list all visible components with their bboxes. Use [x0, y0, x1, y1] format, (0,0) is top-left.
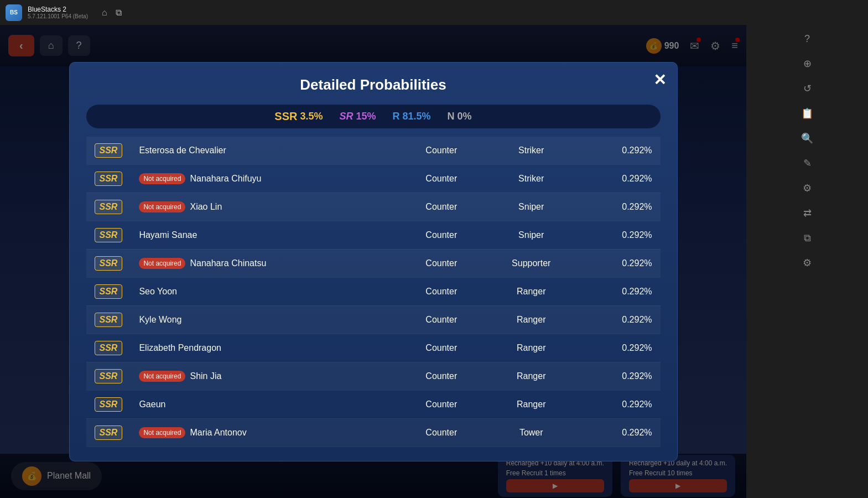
ssr-probability: SSR 3.5%: [274, 110, 323, 123]
sr-probability: SR 15%: [340, 111, 376, 122]
rarity-badge: SSR: [95, 200, 123, 214]
role-cell: Sniper: [483, 221, 579, 249]
table-row: SSRElizabeth PendragonCounterRanger0.292…: [86, 334, 661, 362]
name-cell: Gaeun: [131, 390, 399, 418]
probability-cell: 0.292%: [579, 334, 660, 362]
titlebar-icons: ⌂ ⧉: [102, 8, 122, 18]
table-row: SSRNot acquiredXiao LinCounterSniper0.29…: [86, 193, 661, 221]
table-row: SSRGaeunCounterRanger0.292%: [86, 390, 661, 418]
sidebar-icon-edit[interactable]: ✎: [796, 152, 818, 174]
app-title: BlueStacks 2 5.7.121.1001 P64 (Beta): [28, 6, 88, 19]
faction-cell: Counter: [399, 249, 483, 277]
table-row: SSRSeo YoonCounterRanger0.292%: [86, 277, 661, 305]
rarity-cell: SSR: [86, 164, 131, 193]
rarity-cell: SSR: [86, 418, 131, 447]
character-name: Esterosa de Chevalier: [139, 146, 226, 155]
name-cell: Hayami Sanae: [131, 221, 399, 249]
character-name: Nanahara Chinatsu: [190, 258, 266, 268]
table-row: SSRNot acquiredNanahara ChifuyuCounterSt…: [86, 164, 661, 193]
role-cell: Ranger: [483, 362, 579, 390]
rarity-badge: SSR: [95, 341, 123, 355]
rarity-badge: SSR: [95, 256, 123, 271]
sidebar-icon-clipboard[interactable]: 📋: [796, 102, 818, 124]
rarity-cell: SSR: [86, 193, 131, 221]
rarity-badge: SSR: [95, 172, 123, 186]
probability-cell: 0.292%: [579, 305, 660, 334]
rarity-badge: SSR: [95, 313, 123, 327]
faction-cell: Counter: [399, 221, 483, 249]
rarity-cell: SSR: [86, 277, 131, 305]
role-cell: Tower: [483, 418, 579, 447]
probabilities-modal: Detailed Probabilities ✕ SSR 3.5% SR 15%…: [69, 62, 678, 461]
character-name: Xiao Lin: [190, 202, 222, 212]
role-cell: Sniper: [483, 193, 579, 221]
character-name: Gaeun: [139, 400, 165, 409]
rarity-badge: SSR: [95, 284, 123, 299]
sidebar-icon-refresh[interactable]: ↺: [796, 77, 818, 100]
home-icon[interactable]: ⌂: [102, 8, 107, 18]
probability-cell: 0.292%: [579, 137, 660, 165]
role-cell: Striker: [483, 164, 579, 193]
faction-cell: Counter: [399, 390, 483, 418]
sidebar-icon-search[interactable]: 🔍: [796, 127, 818, 149]
sidebar-icon-gear[interactable]: ⚙: [796, 252, 818, 274]
faction-cell: Counter: [399, 137, 483, 165]
rarity-cell: SSR: [86, 362, 131, 390]
role-cell: Ranger: [483, 390, 579, 418]
multi-instance-icon[interactable]: ⧉: [116, 8, 122, 18]
bluestacks-logo: BS: [6, 4, 22, 21]
rarity-badge: SSR: [95, 426, 123, 440]
rarity-cell: SSR: [86, 305, 131, 334]
probability-cell: 0.292%: [579, 418, 660, 447]
rarity-badge: SSR: [95, 369, 123, 383]
r-probability: R 81.5%: [393, 111, 431, 122]
faction-cell: Counter: [399, 334, 483, 362]
titlebar: BS BlueStacks 2 5.7.121.1001 P64 (Beta) …: [0, 0, 868, 25]
character-name: Shin Jia: [190, 371, 221, 381]
table-row: SSRNot acquiredShin JiaCounterRanger0.29…: [86, 362, 661, 390]
not-acquired-badge: Not acquired: [139, 258, 185, 269]
name-cell: Esterosa de Chevalier: [131, 137, 399, 165]
rarity-badge: SSR: [95, 228, 123, 242]
faction-cell: Counter: [399, 418, 483, 447]
table-row: SSRKyle WongCounterRanger0.292%: [86, 305, 661, 334]
character-name: Maria Antonov: [190, 428, 246, 438]
character-name: Seo Yoon: [139, 287, 177, 297]
sidebar-icon-multi[interactable]: ⧉: [796, 227, 818, 249]
probability-cell: 0.292%: [579, 164, 660, 193]
modal-close-button[interactable]: ✕: [653, 71, 666, 89]
rarity-cell: SSR: [86, 334, 131, 362]
table-row: SSRHayami SanaeCounterSniper0.292%: [86, 221, 661, 249]
not-acquired-badge: Not acquired: [139, 427, 185, 438]
sidebar-icon-swap[interactable]: ⇄: [796, 202, 818, 224]
name-cell: Kyle Wong: [131, 305, 399, 334]
role-cell: Ranger: [483, 334, 579, 362]
name-cell: Not acquiredMaria Antonov: [131, 418, 399, 447]
role-cell: Ranger: [483, 277, 579, 305]
faction-cell: Counter: [399, 305, 483, 334]
rarity-cell: SSR: [86, 249, 131, 277]
name-cell: Not acquiredXiao Lin: [131, 193, 399, 221]
sidebar-icon-add[interactable]: ⊕: [796, 53, 818, 75]
not-acquired-badge: Not acquired: [139, 371, 185, 382]
rarity-cell: SSR: [86, 221, 131, 249]
probability-cell: 0.292%: [579, 193, 660, 221]
table-row: SSRNot acquiredNanahara ChinatsuCounterS…: [86, 249, 661, 277]
not-acquired-badge: Not acquired: [139, 201, 185, 212]
name-cell: Elizabeth Pendragon: [131, 334, 399, 362]
sidebar-icon-help[interactable]: ?: [796, 28, 818, 50]
table-row: SSRNot acquiredMaria AntonovCounterTower…: [86, 418, 661, 447]
faction-cell: Counter: [399, 362, 483, 390]
probability-cell: 0.292%: [579, 277, 660, 305]
character-name: Nanahara Chifuyu: [190, 174, 261, 184]
rarity-cell: SSR: [86, 137, 131, 165]
name-cell: Not acquiredNanahara Chinatsu: [131, 249, 399, 277]
probability-table-container: SSREsterosa de ChevalierCounterStriker0.…: [86, 137, 661, 447]
right-sidebar: ? ⊕ ↺ 📋 🔍 ✎ ⚙ ⇄ ⧉ ⚙: [746, 0, 868, 498]
probability-bar: SSR 3.5% SR 15% R 81.5% N 0%: [86, 105, 661, 128]
role-cell: Supporter: [483, 249, 579, 277]
n-probability: N 0%: [448, 111, 472, 122]
sidebar-icon-settings[interactable]: ⚙: [796, 177, 818, 199]
not-acquired-badge: Not acquired: [139, 173, 185, 184]
rarity-badge: SSR: [95, 397, 123, 412]
